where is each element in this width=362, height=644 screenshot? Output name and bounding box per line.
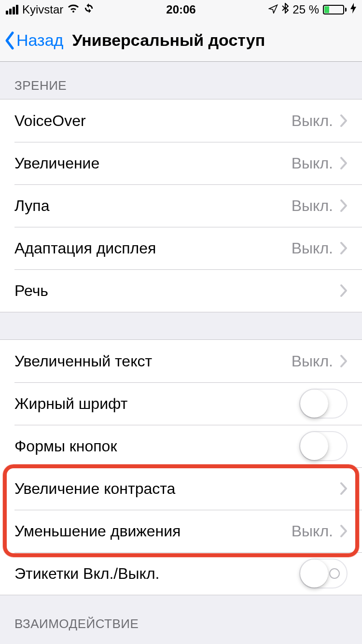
location-icon — [268, 3, 278, 16]
chevron-right-icon — [340, 354, 348, 368]
row-label: Лупа — [14, 197, 292, 215]
signal-icon — [6, 5, 18, 14]
chevron-right-icon — [340, 482, 348, 495]
row-reduce-motion[interactable]: Уменьшение движения Выкл. — [0, 510, 362, 552]
row-increase-contrast[interactable]: Увеличение контраста — [0, 467, 362, 510]
row-larger-text[interactable]: Увеличенный текст Выкл. — [0, 340, 362, 382]
battery-icon — [323, 5, 347, 14]
battery-pct: 25 % — [292, 3, 319, 16]
group-vision-1: VoiceOver Выкл. Увеличение Выкл. Лупа Вы… — [0, 99, 362, 312]
page-title: Универсальный доступ — [72, 31, 265, 50]
row-button-shapes[interactable]: Формы кнопок — [0, 425, 362, 467]
row-speech[interactable]: Речь — [0, 269, 362, 312]
back-button[interactable]: Назад — [4, 31, 63, 50]
row-display-accommodations[interactable]: Адаптация дисплея Выкл. — [0, 227, 362, 269]
chevron-right-icon — [340, 199, 348, 212]
carrier-label: Kyivstar — [22, 3, 63, 16]
status-left: Kyivstar — [6, 3, 94, 16]
chevron-left-icon — [4, 31, 15, 50]
row-value: Выкл. — [292, 352, 333, 370]
section-spacer — [0, 312, 362, 339]
nav-bar: Назад Универсальный доступ — [0, 19, 362, 62]
back-label: Назад — [16, 31, 63, 50]
chevron-right-icon — [340, 156, 348, 170]
row-value: Выкл. — [292, 112, 333, 130]
switch-button-shapes[interactable] — [299, 431, 348, 461]
charging-icon — [350, 3, 356, 16]
row-label: Речь — [14, 282, 340, 300]
row-label: Увеличенный текст — [14, 352, 292, 370]
row-label: Жирный шрифт — [14, 395, 299, 413]
row-zoom[interactable]: Увеличение Выкл. — [0, 142, 362, 184]
row-bold-text[interactable]: Жирный шрифт — [0, 382, 362, 425]
chevron-right-icon — [340, 284, 348, 297]
row-label: Этикетки Вкл./Выкл. — [14, 565, 299, 583]
row-voiceover[interactable]: VoiceOver Выкл. — [0, 99, 362, 142]
status-bar: Kyivstar 20:06 25 % — [0, 0, 362, 19]
row-label: Увеличение контраста — [14, 480, 340, 498]
status-right: 25 % — [268, 3, 356, 16]
switch-bold-text[interactable] — [299, 389, 348, 419]
row-value: Выкл. — [292, 154, 333, 172]
section-header-vision: ЗРЕНИЕ — [0, 62, 362, 99]
section-header-interaction: ВЗАИМОДЕЙСТВИЕ — [0, 595, 362, 637]
switch-on-off-labels[interactable] — [299, 559, 348, 588]
row-label: Увеличение — [14, 154, 292, 172]
row-value: Выкл. — [292, 239, 333, 257]
chevron-right-icon — [340, 114, 348, 127]
row-on-off-labels[interactable]: Этикетки Вкл./Выкл. — [0, 552, 362, 595]
chevron-right-icon — [340, 241, 348, 255]
group-vision-2: Увеличенный текст Выкл. Жирный шрифт Фор… — [0, 339, 362, 595]
wifi-icon — [67, 3, 80, 16]
row-label: Адаптация дисплея — [14, 239, 292, 257]
row-magnifier[interactable]: Лупа Выкл. — [0, 184, 362, 227]
row-value: Выкл. — [292, 197, 333, 215]
bluetooth-icon — [282, 3, 289, 16]
row-label: VoiceOver — [14, 112, 292, 130]
sync-icon — [84, 3, 94, 16]
row-value: Выкл. — [292, 522, 333, 540]
row-label: Уменьшение движения — [14, 522, 292, 540]
chevron-right-icon — [340, 524, 348, 538]
row-label: Формы кнопок — [14, 437, 299, 455]
